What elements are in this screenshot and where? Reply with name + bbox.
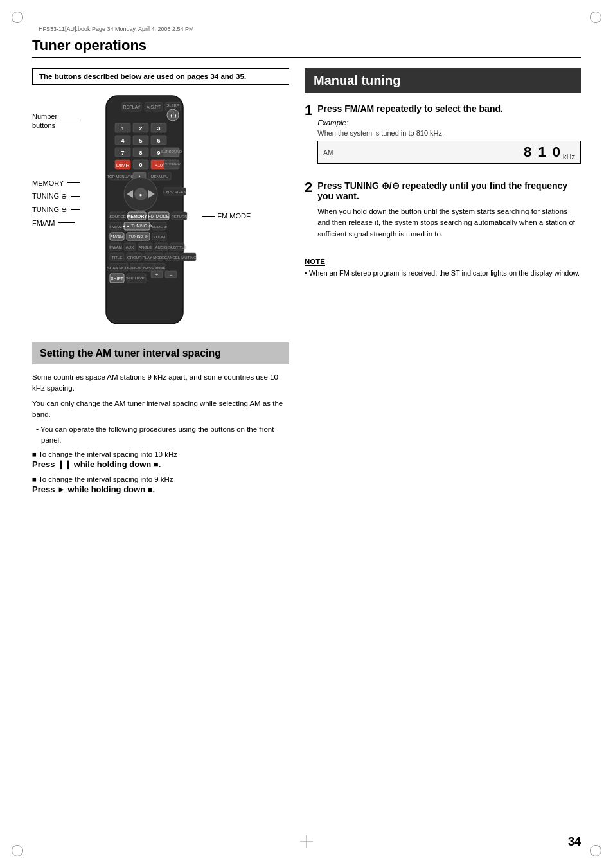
svg-text:TITLE: TITLE (112, 256, 122, 260)
memory-label: MEMORY (32, 179, 80, 187)
tuning-down-label: TUNING ⊖ (32, 206, 80, 214)
svg-text:+10: +10 (155, 163, 163, 168)
svg-text:0: 0 (139, 162, 143, 168)
tuning-up-label: TUNING ⊕ (32, 192, 80, 200)
svg-text:SUBTITLE: SUBTITLE (168, 245, 187, 249)
svg-text:TUNING ⊖: TUNING ⊖ (129, 235, 148, 238)
fmam-label: FM/AM (32, 219, 80, 227)
page-number: 34 (568, 835, 581, 849)
svg-text:DIMR: DIMR (116, 163, 130, 168)
svg-text:A.S.PT: A.S.PT (147, 105, 161, 109)
svg-text:FM/AM: FM/AM (110, 225, 122, 229)
setting-para1: Some countries space AM stations 9 kHz a… (32, 372, 289, 394)
svg-text:9: 9 (157, 150, 161, 156)
svg-text:TV/VIDEO: TV/VIDEO (163, 162, 181, 166)
step-2-block: 2 Press TUNING ⊕/⊖ repeatedly until you … (305, 181, 581, 246)
svg-text:SHIFT: SHIFT (111, 276, 124, 281)
step-1-number: 1 (305, 103, 312, 118)
page-title: Tuner operations (32, 37, 581, 58)
svg-text:8: 8 (139, 150, 143, 156)
svg-text:GROUP: GROUP (127, 256, 141, 260)
svg-text:AUX: AUX (126, 245, 134, 249)
left-column: The buttons described below are used on … (32, 68, 289, 500)
svg-text:FM MODE: FM MODE (148, 214, 170, 218)
svg-text:ANGLE: ANGLE (139, 245, 152, 249)
svg-text:SPK LEVEL: SPK LEVEL (126, 276, 147, 280)
svg-text:4: 4 (121, 137, 125, 144)
step-1-content: Press FM/AM repeatedly to select the ban… (317, 103, 581, 170)
svg-text:+: + (155, 272, 159, 278)
number-buttons-label: Numberbuttons (32, 112, 80, 130)
example-label: Example: (317, 119, 581, 127)
svg-text:5: 5 (139, 137, 143, 144)
when-label: When the system is tuned in to 810 kHz. (317, 129, 581, 137)
svg-text:FM/AM: FM/AM (110, 245, 122, 249)
svg-text:◄◄ TUNING ⊕: ◄◄ TUNING ⊕ (122, 224, 152, 228)
display-freq: 8 1 0 (524, 144, 562, 160)
note-section: NOTE When an FM stereo program is receiv… (305, 256, 581, 278)
step-1-heading: Press FM/AM repeatedly to select the ban… (317, 103, 581, 114)
svg-text:SURROUND: SURROUND (161, 150, 182, 154)
svg-text:REPLAY: REPLAY (123, 105, 141, 109)
setting-para2: You can only change the AM tuner interva… (32, 398, 289, 421)
svg-text:2: 2 (139, 125, 143, 132)
svg-text:SLEEP: SLEEP (167, 103, 179, 107)
svg-text:CANCEL: CANCEL (164, 256, 181, 260)
svg-text:1: 1 (121, 125, 125, 132)
note-body: When an FM stereo program is received, t… (305, 269, 581, 278)
svg-text:PLAY MODE: PLAY MODE (143, 256, 164, 260)
instruction1-bold: Press ❙❙ while holding down ■. (32, 459, 289, 469)
manual-tuning-header: Manual tuning (305, 68, 581, 93)
note-title: NOTE (305, 258, 325, 266)
setting-section-header: Setting the AM tuner interval spacing (32, 342, 289, 364)
file-info: HFS33-11[AU].book Page 34 Monday, April … (39, 26, 581, 32)
step-2-body: When you hold down the button until the … (317, 206, 581, 240)
svg-text:MEMORY: MEMORY (127, 214, 148, 218)
svg-text:7: 7 (121, 150, 125, 156)
svg-text:SOURCE: SOURCE (109, 215, 126, 218)
main-content: The buttons described below are used on … (32, 68, 581, 500)
step-2-content: Press TUNING ⊕/⊖ repeatedly until you fi… (317, 181, 581, 246)
svg-text:MUTING: MUTING (181, 256, 197, 260)
svg-text:SCAN MODE: SCAN MODE (107, 266, 130, 270)
setting-bullet1: • You can operate the following procedur… (32, 424, 289, 447)
step-2-number: 2 (305, 181, 312, 195)
remote-diagram: Numberbuttons MEMORY TUNING ⊕ (32, 93, 289, 332)
svg-text:ZOOM: ZOOM (154, 235, 165, 239)
bottom-center-cross (300, 835, 313, 850)
fm-mode-label-right: FM MODE (202, 212, 251, 220)
remote-labels: Numberbuttons MEMORY TUNING ⊕ (32, 105, 80, 232)
display-am-label: AM (323, 149, 333, 156)
svg-text:6: 6 (157, 137, 161, 144)
right-column: Manual tuning 1 Press FM/AM repeatedly t… (305, 68, 581, 500)
svg-text:–: – (170, 272, 173, 278)
svg-text:SLIDE ⊕: SLIDE ⊕ (152, 225, 167, 229)
svg-text:BASS: BASS (143, 266, 154, 270)
svg-text:ON SCREEN: ON SCREEN (163, 190, 186, 194)
svg-text:FM/AM: FM/AM (111, 235, 124, 239)
svg-text:MENU/PL: MENU/PL (151, 175, 168, 179)
step-2-heading: Press TUNING ⊕/⊖ repeatedly until you fi… (317, 181, 581, 201)
svg-text:3: 3 (157, 125, 161, 132)
svg-text:TOP MENU/PS: TOP MENU/PS (107, 175, 134, 179)
buttons-described-box: The buttons described below are used on … (32, 68, 289, 85)
svg-text:⏻: ⏻ (170, 112, 177, 119)
display-unit: kHz (563, 153, 575, 161)
instruction1-label: To change the interval spacing into 10 k… (32, 450, 289, 458)
svg-text:●: ● (139, 192, 143, 198)
display-example: AM 8 1 0kHz (317, 141, 581, 164)
svg-text:AUDIO: AUDIO (155, 245, 168, 249)
svg-text:RETURN: RETURN (172, 215, 188, 218)
remote-svg: REPLAY A.S.PT SLEEP ⏻ (87, 93, 206, 332)
step-1-block: 1 Press FM/AM repeatedly to select the b… (305, 103, 581, 170)
instruction2-label: To change the interval spacing into 9 kH… (32, 475, 289, 483)
instruction2-bold: Press ► while holding down ■. (32, 484, 289, 494)
